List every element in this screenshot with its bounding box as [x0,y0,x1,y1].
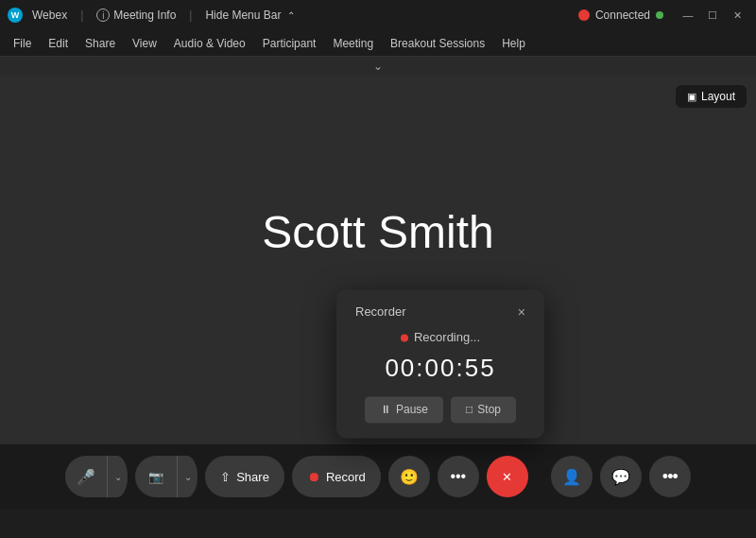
title-bar: W Webex | i Meeting Info | Hide Menu Bar… [0,0,756,30]
hide-menu-bar-label: Hide Menu Bar [205,9,281,22]
react-button[interactable]: 🙂 [388,456,430,497]
end-call-icon: ✕ [502,470,512,484]
recorder-popup: Recorder × Recording... 00:00:55 ⏸ Pause… [336,289,544,438]
close-button[interactable]: ✕ [726,4,748,26]
stop-button[interactable]: □ Stop [451,396,516,423]
video-dropdown-button[interactable]: ⌄ [177,456,198,497]
webex-app-icon: W [8,8,23,23]
more-options-button[interactable]: ••• [649,456,691,497]
chat-icon: 💬 [611,468,630,486]
participant-name: Scott Smith [262,206,493,258]
video-icon: 📷 [148,470,163,484]
recording-indicator [578,9,590,21]
title-bar-left: W Webex | i Meeting Info | Hide Menu Bar… [8,8,295,23]
chevron-down-icon: ⌄ [114,472,122,482]
dropdown-arrow-icon[interactable]: ⌄ [373,60,383,73]
recording-status: Recording... [355,330,525,344]
window-controls: — ☐ ✕ [677,4,748,26]
layout-label: Layout [701,90,735,103]
menu-meeting[interactable]: Meeting [325,34,381,53]
chevron-down-icon2: ⌄ [184,472,192,482]
recording-status-label: Recording... [414,330,480,344]
menu-bar: File Edit Share View Audio & Video Parti… [0,30,756,57]
connected-label: Connected [595,9,650,22]
recorder-controls: ⏸ Pause □ Stop [355,396,525,423]
menu-view[interactable]: View [125,34,164,53]
recording-dot [401,334,408,341]
record-label: Record [326,470,366,484]
more-button[interactable]: ••• [438,456,479,497]
share-button[interactable]: ⇧ Share [205,456,284,497]
menu-help[interactable]: Help [494,34,533,53]
recorder-header: Recorder × [355,304,525,319]
chevron-up-icon: ⌃ [287,10,295,21]
participants-icon: 👤 [562,468,581,486]
menu-file[interactable]: File [6,34,39,53]
pause-icon: ⏸ [380,403,391,416]
stop-label: Stop [477,403,501,416]
video-group: 📷 ⌄ [135,456,198,497]
mute-dropdown-button[interactable]: ⌄ [107,456,128,497]
meeting-info-label: Meeting Info [113,9,176,22]
ellipsis-icon: ••• [662,467,678,487]
menu-breakout-sessions[interactable]: Breakout Sessions [383,34,492,53]
pause-button[interactable]: ⏸ Pause [365,396,443,423]
participants-button[interactable]: 👤 [551,456,593,497]
dropdown-row: ⌄ [0,57,756,76]
menu-edit[interactable]: Edit [41,34,76,53]
chat-button[interactable]: 💬 [600,456,642,497]
meeting-info-icon: i [96,9,110,22]
layout-grid-icon: ▣ [687,91,696,103]
mute-group: 🎤 ⌄ [65,456,128,497]
microphone-icon: 🎤 [77,468,95,486]
mute-button[interactable]: 🎤 [65,456,107,497]
divider2: | [189,9,192,22]
more-dots-icon: ••• [450,468,466,485]
menu-participant[interactable]: Participant [255,34,324,53]
menu-audio-video[interactable]: Audio & Video [166,34,253,53]
end-call-button[interactable]: ✕ [487,456,528,497]
minimize-button[interactable]: — [677,4,699,26]
emoji-icon: 🙂 [400,468,419,486]
share-icon: ⇧ [220,470,231,484]
meeting-info-button[interactable]: i Meeting Info [96,9,176,22]
record-dot-icon: ⏺ [307,469,320,484]
main-content: ▣ Layout Scott Smith Recorder × Recordin… [0,76,756,444]
record-button[interactable]: ⏺ Record [292,456,381,497]
recorder-close-button[interactable]: × [518,305,525,319]
hide-menu-bar-button[interactable]: Hide Menu Bar ⌃ [205,9,295,22]
pause-label: Pause [396,403,428,416]
stop-icon: □ [466,403,472,416]
app-name: Webex [32,9,67,22]
recorder-title: Recorder [355,304,405,319]
connected-badge: Connected [595,9,663,22]
recording-timer: 00:00:55 [355,354,525,383]
share-label: Share [236,470,269,484]
maximize-button[interactable]: ☐ [701,4,724,26]
layout-button[interactable]: ▣ Layout [676,85,747,108]
title-bar-right: Connected — ☐ ✕ [578,4,748,26]
connected-dot [656,11,663,19]
title-bar-divider: | [80,9,83,22]
video-button[interactable]: 📷 [135,456,177,497]
menu-share[interactable]: Share [77,34,123,53]
bottom-toolbar: 🎤 ⌄ 📷 ⌄ ⇧ Share ⏺ Record 🙂 ••• ✕ 👤 [0,444,756,509]
